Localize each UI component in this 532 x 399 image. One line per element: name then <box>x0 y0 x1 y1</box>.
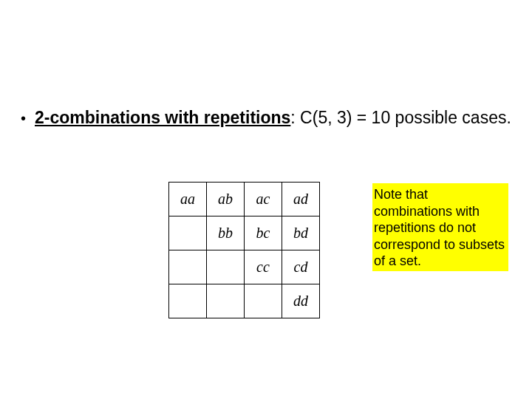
table-cell <box>245 284 282 318</box>
table-row: aa ab ac ad <box>169 183 320 216</box>
combinations-table-wrap: aa ab ac ad bb bc bd cc cd dd <box>168 182 320 318</box>
note-box: Note that combinations with repetitions … <box>372 183 508 271</box>
table-row: cc cd <box>169 250 320 284</box>
bullet-marker: • <box>21 109 26 127</box>
bullet-emphasis: 2-combinations with repetitions <box>35 108 290 127</box>
table-cell <box>207 250 245 284</box>
table-cell: ac <box>245 183 282 216</box>
table-cell: cd <box>282 250 320 284</box>
table-cell <box>169 250 207 284</box>
bullet-remainder: : C(5, 3) = 10 possible cases. <box>290 108 511 127</box>
table-cell: bd <box>282 216 320 250</box>
table-row: dd <box>169 284 320 318</box>
table-cell: ab <box>207 183 245 216</box>
table-cell: dd <box>282 284 320 318</box>
table-cell: cc <box>245 250 282 284</box>
table-cell: bc <box>245 216 282 250</box>
table-row: bb bc bd <box>169 216 320 250</box>
table-cell: aa <box>169 183 207 216</box>
table-cell <box>207 284 245 318</box>
bullet-line: •2-combinations with repetitions: C(5, 3… <box>21 108 511 129</box>
table-cell <box>169 284 207 318</box>
table-cell: ad <box>282 183 320 216</box>
note-text: Note that combinations with repetitions … <box>374 187 505 268</box>
combinations-table: aa ab ac ad bb bc bd cc cd dd <box>168 182 320 318</box>
table-cell <box>169 216 207 250</box>
table-cell: bb <box>207 216 245 250</box>
